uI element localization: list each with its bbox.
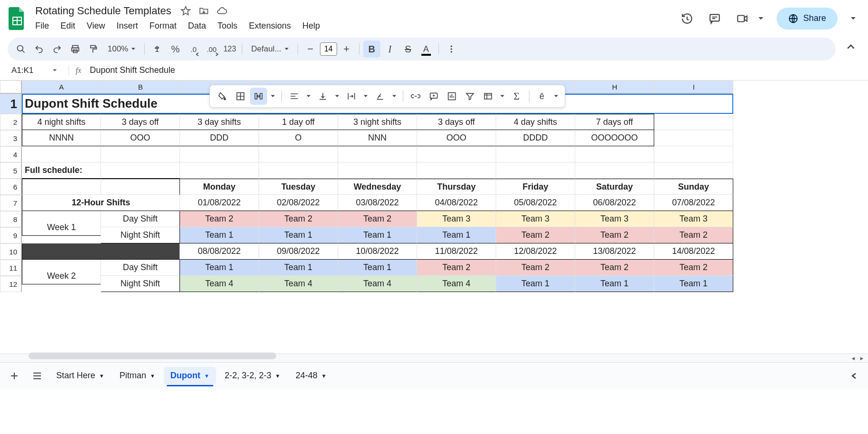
cell[interactable]: 14/08/2022	[654, 243, 733, 260]
cell[interactable]: 02/08/2022	[259, 195, 338, 211]
row-header[interactable]: 9	[0, 227, 22, 243]
cell[interactable]	[654, 114, 733, 130]
filter-views-icon[interactable]	[479, 88, 497, 105]
sheet-tab-dupont[interactable]: Dupont▼	[164, 367, 216, 384]
cell[interactable]: 3 days off	[101, 114, 180, 130]
insert-comment-icon[interactable]	[425, 88, 442, 105]
cell[interactable]: 1 day off	[259, 114, 338, 130]
select-all-corner[interactable]	[0, 81, 22, 94]
row-header[interactable]: 4	[0, 146, 22, 162]
formula-input[interactable]: Dupont Shift Schedule	[88, 63, 860, 77]
decrease-font-size-icon[interactable]: −	[302, 40, 319, 58]
cell[interactable]: Team 1	[575, 276, 654, 292]
cell[interactable]	[259, 146, 338, 162]
cell[interactable]: Team 4	[417, 276, 496, 292]
cell[interactable]	[101, 162, 180, 179]
text-wrap-icon[interactable]	[343, 88, 360, 105]
cell[interactable]: O	[259, 130, 338, 146]
filter-icon[interactable]	[461, 88, 479, 105]
menu-help[interactable]: Help	[298, 19, 325, 33]
cell[interactable]: Wednesday	[338, 179, 417, 195]
text-rotation-icon[interactable]	[371, 88, 389, 105]
cell[interactable]: Team 2	[654, 260, 733, 276]
cell[interactable]	[259, 162, 338, 179]
document-title[interactable]: Rotating Schedule Templates	[32, 4, 174, 18]
meet-dropdown-icon[interactable]	[754, 11, 768, 26]
row-header[interactable]: 7	[0, 195, 22, 211]
cell[interactable]	[496, 162, 575, 179]
cell[interactable]: 12-Hour Shifts	[22, 195, 180, 211]
more-toolbar-icon[interactable]	[443, 40, 460, 58]
cell[interactable]: Night Shift	[101, 276, 180, 292]
font-select[interactable]: Defaul...	[246, 40, 293, 58]
add-sheet-icon[interactable]	[4, 365, 25, 386]
cell[interactable]: Team 2	[259, 211, 338, 227]
cell[interactable]: Week 2	[22, 268, 101, 284]
cell[interactable]: Team 2	[575, 260, 654, 276]
cell[interactable]: Week 1	[22, 220, 101, 236]
move-icon[interactable]	[198, 5, 210, 17]
cell[interactable]	[101, 179, 180, 195]
cell[interactable]: 12/08/2022	[496, 243, 575, 260]
cell[interactable]: DDD	[180, 130, 259, 146]
cell[interactable]	[417, 162, 496, 179]
col-header[interactable]: A	[22, 81, 101, 94]
cell[interactable]: Team 3	[496, 211, 575, 227]
horizontal-align-icon[interactable]	[286, 88, 303, 105]
row-header[interactable]: 6	[0, 179, 22, 195]
cell[interactable]: OOOOOOO	[575, 130, 654, 146]
cell[interactable]: Team 3	[575, 211, 654, 227]
italic-icon[interactable]: I	[381, 40, 399, 58]
comments-icon[interactable]	[705, 9, 724, 28]
cell[interactable]	[101, 146, 180, 162]
cell[interactable]: Team 2	[338, 211, 417, 227]
cell[interactable]	[338, 146, 417, 162]
font-size-input[interactable]	[320, 42, 337, 56]
cell[interactable]: Team 1	[259, 227, 338, 243]
scroll-thumb[interactable]	[29, 353, 276, 359]
menu-view[interactable]: View	[82, 19, 110, 33]
cell[interactable]: 4 night shifts	[22, 114, 101, 130]
cell[interactable]	[338, 162, 417, 179]
paint-format-icon[interactable]	[85, 40, 102, 58]
col-header[interactable]: I	[654, 81, 733, 94]
tab-dropdown-icon[interactable]: ▼	[275, 373, 280, 379]
vertical-align-icon[interactable]	[314, 88, 331, 105]
cell[interactable]: Saturday	[575, 179, 654, 195]
cell[interactable]: 08/08/2022	[180, 243, 259, 260]
cell[interactable]: Sunday	[654, 179, 733, 195]
cell[interactable]: 03/08/2022	[338, 195, 417, 211]
borders-icon[interactable]	[232, 88, 249, 105]
cell[interactable]: 3 days off	[417, 114, 496, 130]
cell[interactable]: Team 1	[180, 260, 259, 276]
cell[interactable]: 13/08/2022	[575, 243, 654, 260]
cell[interactable]: Team 1	[180, 227, 259, 243]
cell[interactable]: 05/08/2022	[496, 195, 575, 211]
scroll-left-icon[interactable]: ◄	[849, 354, 858, 362]
bold-icon[interactable]: B	[363, 40, 380, 58]
cell[interactable]: 7 days off	[575, 114, 654, 130]
cell[interactable]: Monday	[180, 179, 259, 195]
cell[interactable]	[22, 243, 180, 260]
sheet-tab-24-48[interactable]: 24-48▼	[289, 367, 333, 384]
merge-cells-icon[interactable]	[250, 88, 267, 105]
cell[interactable]: 10/08/2022	[338, 243, 417, 260]
rotation-dropdown-icon[interactable]	[389, 88, 399, 105]
print-icon[interactable]	[67, 40, 84, 58]
cell[interactable]: Team 2	[575, 227, 654, 243]
cell[interactable]: Team 2	[417, 260, 496, 276]
increase-decimal-icon[interactable]: .00	[203, 40, 220, 58]
cell[interactable]: Team 3	[417, 211, 496, 227]
cell[interactable]: OOO	[417, 130, 496, 146]
cell[interactable]: 3 night shifts	[338, 114, 417, 130]
decrease-decimal-icon[interactable]: .0	[185, 40, 202, 58]
cell[interactable]: Team 1	[654, 276, 733, 292]
input-tools-icon[interactable]: ê	[533, 88, 550, 105]
cell[interactable]: 11/08/2022	[417, 243, 496, 260]
account-dropdown-icon[interactable]	[846, 11, 860, 26]
cell[interactable]: Team 2	[654, 227, 733, 243]
cell[interactable]: Day Shift	[101, 260, 180, 276]
cell[interactable]	[654, 146, 733, 162]
col-header[interactable]: H	[575, 81, 654, 94]
cell[interactable]: Team 1	[338, 227, 417, 243]
